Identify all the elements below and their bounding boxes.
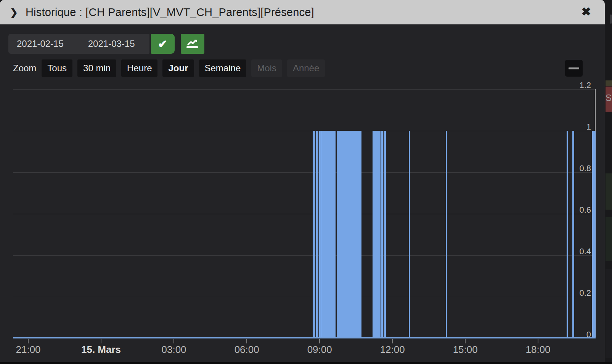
gridline (13, 214, 596, 214)
y-axis-label: 0.8 (568, 164, 591, 173)
presence-segment (313, 131, 315, 338)
zoom-button-heure[interactable]: Heure (121, 59, 157, 77)
series-baseline (13, 337, 596, 338)
x-axis-tick (538, 339, 538, 343)
gridline (13, 89, 596, 90)
presence-segment (321, 131, 336, 338)
presence-segment (381, 131, 383, 338)
end-date-input[interactable]: 2021-03-15 (87, 38, 137, 49)
y-axis-label: 0 (568, 330, 591, 340)
show-chart-button[interactable] (181, 34, 204, 54)
y-axis-label: 1.2 (568, 80, 591, 90)
zoom-button-annee: Année (287, 59, 325, 77)
background-fragment (606, 217, 612, 261)
x-axis-tick (28, 339, 29, 343)
presence-segment (567, 131, 568, 338)
presence-segment (409, 131, 410, 338)
background-page-strip: S (605, 0, 612, 364)
zoom-button-jour[interactable]: Jour (162, 59, 194, 77)
chart-context-menu-button[interactable] (565, 60, 583, 77)
presence-segment (592, 131, 596, 338)
background-fragment (606, 269, 612, 358)
start-date-input[interactable]: 2021-02-15 (15, 38, 65, 49)
background-fragment (606, 173, 612, 210)
presence-segment (572, 131, 574, 338)
chevron-right-icon[interactable]: ❯ (10, 7, 18, 18)
x-axis-label: 12:00 (380, 344, 405, 356)
x-axis-tick (101, 339, 101, 343)
check-icon: ✔ (158, 37, 167, 51)
presence-segment (373, 131, 381, 338)
zoom-button-mois: Mois (251, 59, 282, 77)
x-axis-tick (465, 339, 466, 343)
y-axis-label: 0.2 (568, 288, 591, 298)
presence-segment (337, 131, 361, 338)
x-axis-label: 18:00 (525, 344, 550, 356)
line-chart-icon (186, 38, 199, 50)
x-axis-label: 15:00 (453, 344, 478, 356)
presence-segment (446, 131, 447, 338)
gridline (13, 297, 596, 297)
apply-dates-button[interactable]: ✔ (151, 34, 175, 54)
scrollbar-thumb[interactable] (610, 14, 612, 24)
presence-segment (316, 131, 318, 338)
x-axis-label: 15. Mars (81, 344, 121, 356)
zoom-button-semaine[interactable]: Semaine (199, 59, 247, 77)
zoom-label: Zoom (13, 63, 36, 74)
date-range-row: 2021-02-15 2021-03-15 ✔ (8, 34, 204, 54)
x-axis-label: 09:00 (307, 344, 332, 356)
presence-segment (319, 131, 321, 338)
x-axis-tick (319, 339, 320, 343)
gridline (13, 255, 596, 256)
gridline (13, 172, 596, 173)
dialog-title: Historique : [CH Parents][V_MVT_CH_Paren… (26, 6, 314, 19)
x-axis-tick (392, 339, 393, 343)
screen: S ❯ Historique : [CH Parents][V_MVT_CH_P… (0, 0, 612, 364)
y-axis-label: 0.4 (568, 247, 591, 257)
background-red-button-fragment: S (606, 87, 612, 112)
x-axis-label: 06:00 (235, 344, 259, 356)
x-axis-tick (246, 339, 247, 343)
x-axis-tick (173, 339, 174, 343)
close-icon[interactable]: ✖ (581, 5, 591, 18)
date-range-group: 2021-02-15 2021-03-15 (8, 34, 149, 54)
history-dialog-header: ❯ Historique : [CH Parents][V_MVT_CH_Par… (0, 0, 605, 24)
bottom-edge-strip (0, 362, 612, 364)
zoom-button-tous[interactable]: Tous (42, 59, 72, 77)
y-axis-label: 0.6 (568, 205, 591, 215)
presence-history-chart: 00.20.40.60.811.221:0015. Mars03:0006:00… (13, 89, 596, 338)
y-axis-label: 1 (568, 122, 591, 132)
zoom-preset-row: Zoom Tous 30 min Heure Jour Semaine Mois… (13, 59, 330, 77)
x-axis-label: 03:00 (161, 344, 186, 356)
zoom-button-30min[interactable]: 30 min (77, 59, 116, 77)
x-axis-label: 21:00 (16, 344, 40, 356)
presence-segment (384, 131, 386, 338)
gridline (13, 131, 596, 131)
background-fragment (606, 80, 612, 86)
